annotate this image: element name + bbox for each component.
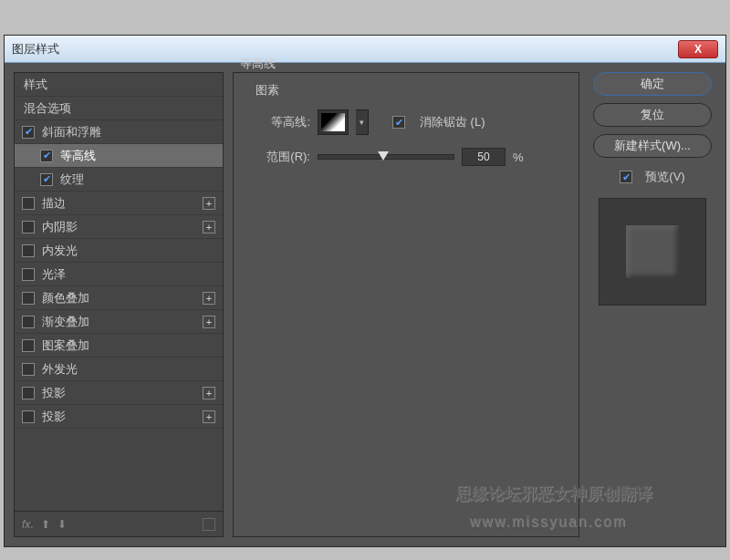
preview-swatch: [626, 225, 679, 278]
style-checkbox[interactable]: [22, 410, 35, 423]
style-item[interactable]: 内发光: [15, 239, 223, 263]
range-unit: %: [513, 150, 524, 164]
trash-icon[interactable]: [203, 518, 215, 531]
style-checkbox[interactable]: [22, 244, 35, 257]
style-item[interactable]: 渐变叠加+: [15, 310, 223, 334]
contour-label: 等高线:: [246, 114, 310, 130]
section-title: 等高线: [240, 56, 276, 72]
arrow-down-icon[interactable]: ⬇: [57, 518, 67, 531]
style-item[interactable]: 投影+: [15, 381, 223, 405]
arrow-up-icon[interactable]: ⬆: [41, 518, 50, 531]
add-effect-icon[interactable]: +: [203, 292, 215, 305]
style-item[interactable]: 等高线: [15, 144, 223, 168]
style-label: 纹理: [60, 171, 84, 188]
style-item[interactable]: 斜面和浮雕: [15, 120, 223, 144]
ok-button[interactable]: 确定: [593, 72, 712, 96]
add-effect-icon[interactable]: +: [203, 221, 215, 233]
style-label: 投影: [42, 385, 66, 401]
antialias-checkbox[interactable]: [392, 116, 405, 129]
slider-thumb-icon[interactable]: [378, 151, 389, 161]
content-area: 样式 混合选项 斜面和浮雕等高线纹理描边+内阴影+内发光光泽颜色叠加+渐变叠加+…: [5, 63, 725, 546]
style-checkbox[interactable]: [22, 126, 35, 139]
action-panel: 确定 复位 新建样式(W)... 预览(V): [589, 72, 716, 537]
preview-label: 预览(V): [645, 169, 684, 185]
style-label: 图案叠加: [42, 337, 89, 354]
style-checkbox[interactable]: [22, 363, 35, 376]
style-label: 斜面和浮雕: [42, 124, 101, 140]
style-label: 内阴影: [42, 219, 78, 235]
style-label: 描边: [42, 195, 66, 212]
style-item[interactable]: 颜色叠加+: [15, 286, 223, 310]
styles-footer: fx . ⬆ ⬇: [15, 511, 223, 536]
style-checkbox[interactable]: [22, 387, 35, 399]
window-title: 图层样式: [12, 41, 678, 57]
style-checkbox[interactable]: [40, 150, 53, 162]
contour-dropdown-icon[interactable]: ▾: [356, 109, 369, 135]
style-label: 颜色叠加: [42, 290, 89, 306]
add-effect-icon[interactable]: +: [203, 197, 215, 210]
style-checkbox[interactable]: [22, 221, 35, 233]
style-item[interactable]: 外发光: [15, 358, 223, 381]
style-item[interactable]: 投影+: [15, 405, 223, 429]
new-style-button[interactable]: 新建样式(W)...: [593, 134, 712, 158]
style-checkbox[interactable]: [40, 173, 53, 186]
style-item[interactable]: 描边+: [15, 192, 223, 215]
style-label: 渐变叠加: [42, 314, 89, 330]
styles-panel: 样式 混合选项 斜面和浮雕等高线纹理描边+内阴影+内发光光泽颜色叠加+渐变叠加+…: [14, 72, 224, 537]
settings-panel: 图素 等高线: ▾ 消除锯齿 (L) 范围(R): %: [233, 72, 579, 537]
style-checkbox[interactable]: [22, 268, 35, 281]
style-item[interactable]: 图案叠加: [15, 334, 223, 358]
fx-icon[interactable]: fx: [22, 518, 30, 531]
preview-checkbox[interactable]: [620, 171, 632, 183]
style-label: 光泽: [42, 266, 66, 283]
style-label: 投影: [42, 409, 66, 425]
add-effect-icon[interactable]: +: [203, 316, 215, 328]
antialias-label: 消除锯齿 (L): [420, 114, 485, 130]
style-label: 内发光: [42, 243, 78, 259]
add-effect-icon[interactable]: +: [203, 410, 215, 423]
reset-button[interactable]: 复位: [593, 103, 712, 127]
style-checkbox[interactable]: [22, 316, 35, 328]
preview-box: [599, 198, 706, 306]
style-checkbox[interactable]: [22, 292, 35, 305]
style-item[interactable]: 内阴影+: [15, 215, 223, 239]
style-label: 外发光: [42, 361, 78, 378]
add-effect-icon[interactable]: +: [203, 387, 215, 399]
close-button[interactable]: X: [678, 40, 718, 58]
blend-options-header[interactable]: 混合选项: [15, 97, 223, 120]
layer-style-dialog: 图层样式 X 样式 混合选项 斜面和浮雕等高线纹理描边+内阴影+内发光光泽颜色叠…: [4, 35, 726, 547]
style-label: 等高线: [60, 148, 96, 164]
style-checkbox[interactable]: [22, 339, 35, 352]
range-label: 范围(R):: [246, 149, 310, 165]
range-input[interactable]: [462, 148, 506, 166]
contour-picker[interactable]: [318, 109, 349, 135]
range-slider[interactable]: [318, 154, 454, 160]
styles-header[interactable]: 样式: [15, 73, 223, 97]
style-item[interactable]: 光泽: [15, 263, 223, 286]
subsection-title: 图素: [256, 82, 566, 99]
style-item[interactable]: 纹理: [15, 168, 223, 192]
dot-icon: .: [30, 518, 33, 531]
style-checkbox[interactable]: [22, 197, 35, 210]
titlebar[interactable]: 图层样式 X: [5, 36, 725, 63]
